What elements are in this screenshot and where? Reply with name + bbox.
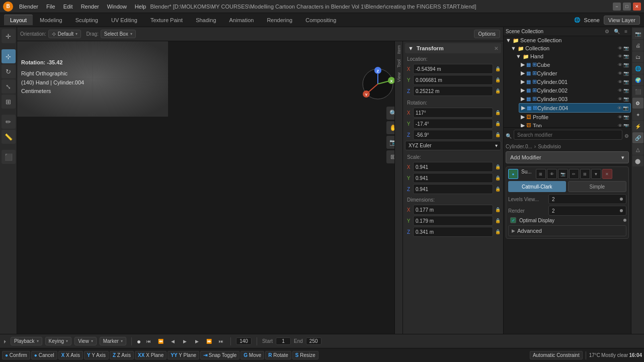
annotate-tool[interactable]: ✏ — [2, 115, 16, 129]
tab-texture-paint[interactable]: Texture Paint — [144, 15, 189, 25]
outliner-item-cylinder001[interactable]: ▶ ▦ ⊞ Cylinder.001 👁 📷 — [519, 77, 631, 86]
playback-dropdown[interactable]: Playback — [11, 337, 42, 345]
menu-file[interactable]: File — [44, 3, 57, 11]
cyl004-render-icon[interactable]: 📷 — [623, 106, 628, 111]
cyl001-render-icon[interactable]: 📷 — [623, 79, 629, 84]
marker-dropdown[interactable]: Marker — [100, 337, 126, 345]
rot-z-lock[interactable]: 🔒 — [494, 131, 501, 138]
options-button[interactable]: Options — [474, 30, 500, 38]
end-frame-input[interactable]: 250 — [306, 337, 321, 345]
mod-icon-1[interactable]: ⊞ — [536, 169, 546, 179]
scale-y-lock[interactable]: 🔒 — [494, 174, 501, 182]
outliner-item-profile[interactable]: ▶ 🖼 Profile 👁 📷 — [519, 113, 631, 121]
rotate-tool[interactable]: ↻ — [2, 64, 16, 78]
optimal-display-checkbox[interactable]: ✓ — [510, 217, 516, 223]
view-layer-props-icon[interactable]: 🗂 — [632, 51, 643, 62]
keying-dropdown[interactable]: Keying — [45, 337, 72, 345]
menu-blender[interactable]: Blender — [17, 3, 40, 11]
mod-icon-3[interactable]: 📷 — [558, 169, 568, 179]
cursor-tool[interactable]: ✛ — [2, 29, 16, 43]
cyl003-render-icon[interactable]: 📷 — [623, 97, 629, 102]
cyl002-eye-icon[interactable]: 👁 — [618, 88, 622, 93]
navigation-gizmo[interactable]: Z X Y — [360, 66, 395, 102]
scene-props-icon[interactable]: 🌐 — [632, 63, 643, 74]
next-frame-button[interactable]: ▶ — [192, 337, 201, 346]
dimension-z-input[interactable]: 0.341 m — [413, 227, 493, 237]
transform-header[interactable]: ▼ Transform ✕ — [405, 43, 501, 53]
dimension-x-input[interactable]: 0.177 m — [413, 205, 493, 215]
transform-tool[interactable]: ⊞ — [2, 95, 16, 109]
prev-frame-button[interactable]: ◀ — [168, 337, 177, 346]
menu-help[interactable]: Help — [133, 3, 148, 11]
profile-eye-icon[interactable]: 👁 — [618, 115, 622, 120]
location-x-input[interactable]: -0.54394 m — [413, 64, 493, 74]
render-levels-input[interactable]: 2 — [548, 206, 626, 216]
material-props-icon[interactable]: ⬤ — [632, 155, 643, 166]
outliner-item-cylinder[interactable]: ▶ ▦ ⊞ Cylinder 👁 📷 — [519, 69, 631, 77]
world-props-icon[interactable]: 🌍 — [632, 74, 643, 85]
orientation-dropdown[interactable]: ⊹ Default — [48, 30, 82, 38]
loc-y-lock[interactable]: 🔒 — [494, 76, 501, 83]
simple-button[interactable]: Simple — [568, 181, 627, 192]
scale-tool[interactable]: ⤡ — [2, 79, 16, 94]
tool-tab[interactable]: Tool — [396, 57, 402, 70]
cylinder-eye-icon[interactable]: 👁 — [618, 71, 622, 76]
physics-props-icon[interactable]: ⚡ — [632, 121, 643, 132]
cube-render-icon[interactable]: 📷 — [623, 62, 629, 67]
location-z-input[interactable]: 0.25212 m — [413, 86, 493, 96]
advanced-header[interactable]: ▶ Advanced — [509, 226, 626, 236]
dim-x-lock[interactable]: 🔒 — [494, 206, 501, 213]
scale-z-lock[interactable]: 🔒 — [494, 186, 501, 193]
collection-camera-icon[interactable]: 📷 — [623, 46, 629, 51]
collection-eye-icon[interactable]: 👁 — [618, 46, 622, 51]
outliner-item-cylinder002[interactable]: ▶ ▦ ⊞ Cylinder.002 👁 📷 — [519, 86, 631, 95]
tab-animation[interactable]: Animation — [223, 15, 260, 25]
add-cube-tool[interactable]: ⬛ — [2, 150, 16, 164]
view-dropdown[interactable]: View — [74, 337, 97, 345]
data-props-icon[interactable]: △ — [632, 144, 643, 155]
modifier-props-icon[interactable]: ⚙ — [632, 98, 643, 109]
outliner-sort-btn[interactable]: ≡ — [623, 28, 629, 35]
constraints-props-icon[interactable]: 🔗 — [632, 132, 643, 143]
loc-z-lock[interactable]: 🔒 — [494, 87, 501, 95]
mod-icon-2[interactable]: 👁 — [547, 169, 557, 179]
tab-sculpting[interactable]: Sculpting — [69, 15, 104, 25]
menu-render[interactable]: Render — [79, 3, 101, 11]
tab-shading[interactable]: Shading — [190, 15, 222, 25]
outliner-item-scene-collection[interactable]: ▼ 📁 Scene Collection — [504, 36, 631, 44]
tab-rendering[interactable]: Rendering — [261, 15, 298, 25]
levels-view-input[interactable]: 2 — [548, 194, 626, 204]
menu-window[interactable]: Window — [105, 3, 129, 11]
location-y-input[interactable]: 0.006681 m — [413, 75, 493, 85]
output-props-icon[interactable]: 🖨 — [632, 40, 643, 51]
dim-y-lock[interactable]: 🔒 — [494, 217, 501, 224]
close-button[interactable]: ✕ — [633, 3, 641, 11]
rot-y-lock[interactable]: 🔒 — [494, 120, 501, 127]
view-tab[interactable]: View — [396, 70, 402, 84]
measure-tool[interactable]: 📏 — [2, 130, 16, 144]
view-layer-button[interactable]: View Layer — [604, 16, 640, 25]
next-keyframe-button[interactable]: ⏩ — [204, 337, 213, 346]
hand-render-icon[interactable]: 📷 — [623, 54, 629, 59]
mod-icon-5[interactable]: ⊞ — [580, 169, 590, 179]
drag-dropdown[interactable]: Select Box — [101, 30, 136, 38]
tab-layout[interactable]: Layout — [4, 15, 33, 25]
dimension-y-input[interactable]: 0.179 m — [413, 216, 493, 226]
tab-uv-editing[interactable]: UV Editing — [105, 15, 143, 25]
start-frame-input[interactable]: 1 — [276, 337, 291, 345]
outliner-item-top[interactable]: ▶ 🖼 Top 👁 📷 — [519, 121, 631, 128]
current-frame-display[interactable]: 140 — [236, 337, 252, 345]
euler-mode-dropdown[interactable]: XYZ Euler ▾ — [405, 141, 501, 150]
scale-z-input[interactable]: 0.941 — [413, 184, 493, 194]
props-search-input[interactable] — [514, 130, 622, 140]
top-eye-icon[interactable]: 👁 — [618, 123, 622, 128]
cube-eye-icon[interactable]: 👁 — [618, 62, 622, 67]
minimize-button[interactable]: − — [613, 3, 621, 11]
mod-icon-expand[interactable]: ▼ — [591, 169, 601, 179]
rotation-x-input[interactable]: 117° — [413, 108, 493, 118]
prev-keyframe-button[interactable]: ⏪ — [156, 337, 165, 346]
outliner-search-btn[interactable]: 🔍 — [612, 28, 621, 35]
jump-start-button[interactable]: ⏮ — [144, 337, 153, 346]
scale-x-input[interactable]: 0.941 — [413, 162, 493, 172]
cyl001-eye-icon[interactable]: 👁 — [618, 79, 622, 84]
